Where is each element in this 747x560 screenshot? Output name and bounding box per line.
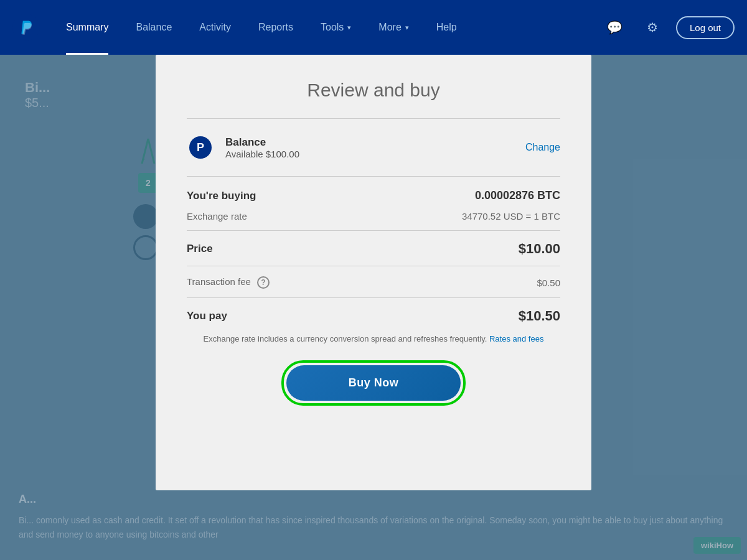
nav-links: Summary Balance Activity Reports Tools ▾… — [52, 0, 601, 55]
disclaimer-text: Exchange rate includes a currency conver… — [187, 333, 560, 345]
message-icon: 💬 — [607, 20, 622, 35]
payment-available: Available $100.00 — [225, 149, 525, 159]
payment-info: Balance Available $100.00 — [225, 136, 525, 159]
settings-icon-button[interactable]: ⚙ — [639, 14, 666, 41]
you-pay-row: You pay $10.50 — [187, 308, 560, 324]
nav-item-summary[interactable]: Summary — [52, 0, 122, 55]
review-buy-modal: Review and buy P Balance Available $100.… — [156, 55, 591, 490]
nav-item-more[interactable]: More ▾ — [365, 0, 422, 55]
fee-divider — [187, 266, 560, 266]
fee-label: Transaction fee ? — [187, 276, 270, 289]
price-divider — [187, 230, 560, 231]
buying-label: You're buying — [187, 190, 256, 202]
nav-right: 💬 ⚙ Log out — [601, 14, 735, 41]
more-dropdown-arrow: ▾ — [405, 24, 409, 32]
logout-button[interactable]: Log out — [676, 16, 735, 39]
buying-value: 0.00002876 BTC — [475, 189, 560, 202]
fee-value: $0.50 — [537, 278, 560, 288]
change-payment-link[interactable]: Change — [525, 142, 560, 153]
exchange-value: 34770.52 USD = 1 BTC — [462, 211, 560, 222]
modal-title: Review and buy — [187, 80, 560, 101]
nav-item-help[interactable]: Help — [423, 0, 471, 55]
nav-item-tools[interactable]: Tools ▾ — [307, 0, 365, 55]
buy-btn-highlight: Buy Now — [281, 360, 466, 406]
payment-method-row: P Balance Available $100.00 Change — [187, 134, 560, 161]
buy-now-button[interactable]: Buy Now — [286, 365, 461, 401]
paypal-logo — [12, 14, 40, 41]
fee-row: Transaction fee ? $0.50 — [187, 276, 560, 289]
settings-icon: ⚙ — [647, 20, 658, 35]
exchange-label: Exchange rate — [187, 211, 247, 222]
you-pay-value: $10.50 — [519, 308, 560, 324]
modal-top-divider — [187, 118, 560, 119]
message-icon-button[interactable]: 💬 — [601, 14, 629, 41]
you-pay-label: You pay — [187, 310, 227, 322]
tools-dropdown-arrow: ▾ — [347, 24, 351, 32]
nav-item-activity[interactable]: Activity — [186, 0, 245, 55]
rates-fees-link[interactable]: Rates and fees — [489, 334, 543, 343]
svg-text:P: P — [197, 141, 204, 154]
buy-btn-wrapper: Buy Now — [187, 360, 560, 406]
price-row: Price $10.00 — [187, 241, 560, 257]
nav-item-balance[interactable]: Balance — [122, 0, 186, 55]
fee-help-icon[interactable]: ? — [257, 276, 270, 289]
exchange-rate-row: Exchange rate 34770.52 USD = 1 BTC — [187, 211, 560, 222]
buying-row: You're buying 0.00002876 BTC — [187, 189, 560, 202]
nav-item-reports[interactable]: Reports — [245, 0, 307, 55]
payment-label: Balance — [225, 136, 525, 149]
price-value: $10.00 — [519, 241, 560, 257]
you-pay-divider — [187, 297, 560, 298]
paypal-payment-icon: P — [187, 134, 214, 161]
price-label: Price — [187, 243, 213, 255]
payment-divider — [187, 176, 560, 177]
navbar: Summary Balance Activity Reports Tools ▾… — [0, 0, 747, 55]
